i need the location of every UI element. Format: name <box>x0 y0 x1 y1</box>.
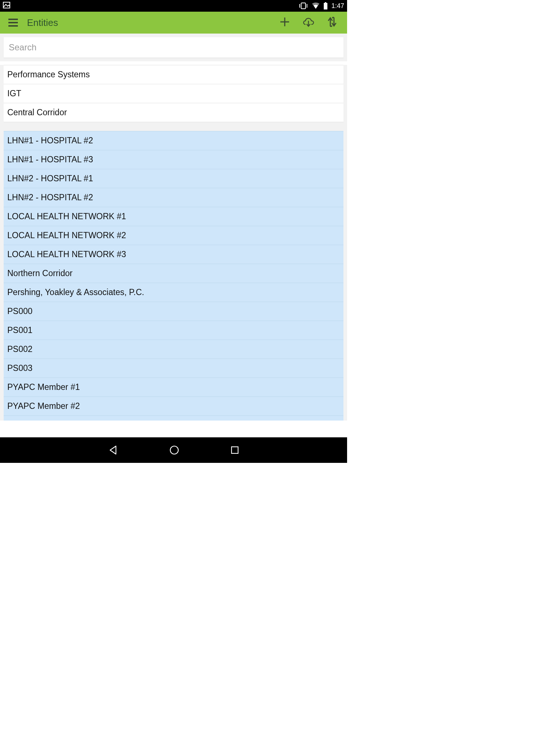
list-item[interactable]: LOCAL HEALTH NETWORK #2 <box>4 226 343 245</box>
svg-rect-5 <box>324 3 327 9</box>
list-item[interactable]: IGT <box>4 84 343 103</box>
cloud-download-icon <box>302 16 315 27</box>
list-item[interactable]: PYAPC Member #2 <box>4 397 343 416</box>
svg-rect-1 <box>301 3 306 9</box>
status-time: 1:47 <box>331 2 344 10</box>
list-item[interactable]: LOCAL HEALTH NETWORK #1 <box>4 207 343 226</box>
list-item[interactable]: Central Corridor <box>4 103 343 122</box>
vibrate-icon <box>299 2 308 9</box>
home-button[interactable] <box>169 445 179 455</box>
recent-apps-button[interactable] <box>230 446 239 454</box>
entity-list: LHN#1 - HOSPITAL #2LHN#1 - HOSPITAL #3LH… <box>4 131 343 435</box>
back-button[interactable] <box>108 445 118 455</box>
download-button[interactable] <box>302 16 315 29</box>
plus-icon <box>279 16 290 27</box>
system-status-bar: 1:47 <box>0 0 347 12</box>
search-wrap <box>0 34 347 61</box>
app-header: Entities <box>0 12 347 34</box>
search-input[interactable] <box>4 37 343 58</box>
list-item[interactable]: PS003 <box>4 359 343 378</box>
system-nav-bar <box>0 437 347 463</box>
list-item[interactable]: PS000 <box>4 302 343 321</box>
list-item[interactable]: LHN#2 - HOSPITAL #1 <box>4 169 343 188</box>
back-icon <box>108 445 118 455</box>
battery-icon <box>323 2 328 9</box>
list-item[interactable]: PS001 <box>4 321 343 340</box>
list-item[interactable]: Northern Corridor <box>4 264 343 283</box>
list-item[interactable]: Performance Systems <box>4 65 343 84</box>
svg-point-13 <box>170 446 178 454</box>
list-item[interactable]: LHN#1 - HOSPITAL #2 <box>4 131 343 150</box>
svg-marker-12 <box>110 446 116 454</box>
menu-button[interactable] <box>4 18 23 27</box>
hamburger-icon <box>8 18 19 27</box>
recent-list: Performance SystemsIGTCentral Corridor <box>4 65 343 122</box>
wifi-icon <box>312 3 320 9</box>
list-item[interactable]: LHN#1 - HOSPITAL #3 <box>4 150 343 169</box>
list-item[interactable]: Pershing, Yoakley & Associates, P.C. <box>4 283 343 302</box>
content-area: Performance SystemsIGTCentral Corridor L… <box>0 65 347 449</box>
add-button[interactable] <box>279 16 290 29</box>
bottom-spacer <box>0 421 347 437</box>
sync-button[interactable] <box>327 16 338 29</box>
svg-rect-4 <box>325 2 326 3</box>
home-icon <box>169 445 179 455</box>
sync-icon <box>327 16 338 28</box>
svg-rect-14 <box>232 447 238 453</box>
list-item[interactable]: LHN#2 - HOSPITAL #2 <box>4 188 343 207</box>
list-item[interactable]: PS002 <box>4 340 343 359</box>
gallery-icon <box>3 2 10 10</box>
list-item[interactable]: LOCAL HEALTH NETWORK #3 <box>4 245 343 264</box>
square-icon <box>230 446 239 454</box>
list-item[interactable]: PYAPC Member #1 <box>4 378 343 397</box>
page-title: Entities <box>27 17 58 28</box>
